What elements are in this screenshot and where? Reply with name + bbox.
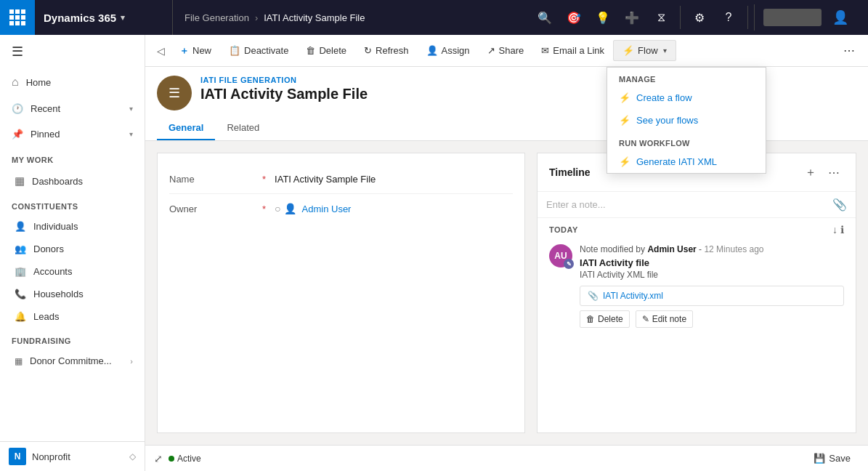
my-work-section-label: My Work — [0, 147, 145, 169]
timeline-modified-text: Note modified by — [580, 244, 645, 254]
sidebar-item-donor-commitments[interactable]: ▦ Donor Commitme... › — [0, 350, 145, 372]
sidebar-bottom-label: Nonprofit — [32, 451, 70, 462]
edit-btn-label: Edit note — [652, 314, 686, 324]
breadcrumb: File Generation › IATI Activity Sample F… — [173, 12, 526, 23]
record-icon-symbol: ☰ — [169, 85, 180, 101]
delete-button[interactable]: 🗑 Delete — [297, 41, 355, 60]
sidebar-label-dashboards: Dashboards — [32, 176, 83, 187]
donors-icon: 👥 — [15, 243, 26, 254]
save-icon: 💾 — [814, 453, 825, 464]
sidebar-hamburger-button[interactable]: ☰ — [0, 35, 145, 68]
timeline-avatar-badge-icon: ✎ — [564, 259, 574, 269]
email-link-button[interactable]: ✉ Email a Link — [532, 41, 613, 60]
expand-icon[interactable]: ⤢ — [154, 453, 163, 464]
bottom-org-icon: N — [9, 448, 26, 465]
leads-icon: 🔔 — [15, 311, 26, 322]
add-icon[interactable]: ➕ — [619, 4, 645, 31]
search-icon[interactable]: 🔍 — [532, 4, 558, 31]
main-layout: ☰ ⌂ Home 🕐 Recent ▾ 📌 Pinned ▾ My Work ▦… — [0, 35, 868, 471]
timeline-more-icon[interactable]: ⋯ — [824, 162, 844, 182]
status-right: 💾 Save — [805, 449, 859, 467]
sidebar-bottom-area[interactable]: N Nonprofit ◇ — [0, 441, 145, 471]
timeline-add-icon[interactable]: ＋ — [800, 162, 821, 182]
owner-field: Owner * ○ 👤 Admin User — [169, 194, 513, 223]
flow-label: Flow — [638, 45, 657, 56]
timeline-sort-icon[interactable]: ↓ — [832, 224, 837, 236]
name-field-value[interactable]: IATI Activity Sample File — [275, 174, 513, 185]
sidebar-item-donors[interactable]: 👥 Donors — [0, 238, 145, 260]
timeline-delete-button[interactable]: 🗑 Delete — [580, 310, 630, 328]
waffle-menu-button[interactable] — [0, 0, 35, 35]
new-button[interactable]: ＋ New — [171, 40, 220, 62]
record-type-icon: ☰ — [157, 76, 192, 110]
timeline-entry-avatar: AU ✎ — [549, 244, 572, 267]
timeline-edit-button[interactable]: ✎ Edit note — [636, 310, 693, 328]
constituents-section-label: Constituents — [0, 193, 145, 215]
help-icon[interactable]: ? — [715, 4, 742, 31]
deactivate-label: Deactivate — [244, 45, 288, 56]
tab-general[interactable]: General — [157, 116, 215, 140]
pinned-chevron-icon: ▾ — [129, 130, 133, 138]
accounts-icon: 🏢 — [15, 266, 26, 277]
content-area: ◁ ＋ New 📋 Deactivate 🗑 Delete ↻ Refresh … — [145, 35, 868, 471]
owner-circle-icon: ○ — [275, 203, 280, 214]
status-left: ⤢ Active — [154, 453, 201, 464]
sidebar-item-households[interactable]: 📞 Households — [0, 283, 145, 305]
name-field: Name * IATI Activity Sample File — [169, 165, 513, 194]
generate-iati-icon: ⚡ — [619, 156, 630, 167]
deactivate-button[interactable]: 📋 Deactivate — [220, 41, 297, 60]
tab-general-label: General — [169, 122, 203, 133]
sidebar-item-pinned[interactable]: 📌 Pinned ▾ — [0, 121, 145, 147]
flow-icon: ⚡ — [622, 45, 634, 56]
app-name: Dynamics 365 — [44, 12, 116, 24]
assign-icon: 👤 — [426, 45, 438, 56]
see-flows-item[interactable]: ⚡ See your flows — [607, 109, 766, 132]
timeline-attachment[interactable]: 📎 IATI Activity.xml — [580, 286, 844, 306]
sidebar-item-accounts[interactable]: 🏢 Accounts — [0, 260, 145, 283]
sidebar-label-donor-commitments: Donor Commitme... — [30, 355, 112, 366]
create-flow-item[interactable]: ⚡ Create a flow — [607, 86, 766, 109]
app-brand[interactable]: Dynamics 365 ▾ — [35, 0, 173, 35]
more-commands-button[interactable]: ⋯ — [836, 39, 862, 62]
edit-btn-icon: ✎ — [642, 314, 649, 324]
more-icon: ⋯ — [843, 44, 855, 57]
app-chevron-icon: ▾ — [121, 13, 125, 23]
sidebar-item-dashboards[interactable]: ▦ Dashboards — [0, 169, 145, 193]
owner-field-value[interactable]: Admin User — [302, 204, 513, 214]
status-badge: Active — [169, 454, 201, 464]
timeline-attach-icon[interactable]: 📎 — [832, 198, 847, 212]
top-bar-actions: 🔍 🎯 💡 ➕ ⧖ ⚙ ? 👤 — [526, 4, 868, 31]
breadcrumb-parent[interactable]: File Generation — [184, 12, 249, 23]
generate-iati-item[interactable]: ⚡ Generate IATI XML — [607, 150, 766, 173]
user-avatar-icon[interactable]: 👤 — [827, 4, 853, 31]
create-flow-label: Create a flow — [636, 92, 692, 103]
flow-dropdown-menu: Manage ⚡ Create a flow ⚡ See your flows … — [607, 67, 766, 174]
timeline-info-icon[interactable]: ℹ — [840, 224, 844, 236]
new-icon: ＋ — [179, 44, 189, 57]
tab-related-label: Related — [227, 122, 259, 133]
settings-icon[interactable]: ⚙ — [686, 4, 713, 31]
notifications-icon[interactable]: 💡 — [590, 4, 616, 31]
sidebar-item-home[interactable]: ⌂ Home — [0, 68, 145, 96]
delete-btn-icon: 🗑 — [586, 314, 595, 324]
sidebar-item-recent[interactable]: 🕐 Recent ▾ — [0, 96, 145, 121]
task-icon[interactable]: 🎯 — [561, 4, 587, 31]
flow-button[interactable]: ⚡ Flow ▾ — [613, 40, 676, 61]
refresh-button[interactable]: ↻ Refresh — [355, 41, 418, 60]
timeline-note-placeholder[interactable]: Enter a note... — [546, 199, 827, 210]
save-button[interactable]: 💾 Save — [805, 449, 859, 467]
timeline-author: Admin User — [647, 244, 696, 254]
recent-icon: 🕐 — [12, 103, 23, 114]
bottom-chevron-icon: ◇ — [129, 451, 136, 462]
pinned-icon: 📌 — [12, 129, 23, 140]
back-nav-icon[interactable]: ◁ — [151, 41, 171, 61]
status-bar: ⤢ Active 💾 Save — [145, 445, 868, 471]
timeline-entry-actions: 🗑 Delete ✎ Edit note — [580, 310, 844, 328]
share-button[interactable]: ↗ Share — [479, 41, 533, 60]
assign-button[interactable]: 👤 Assign — [418, 41, 479, 60]
filter-icon[interactable]: ⧖ — [648, 4, 674, 31]
sidebar: ☰ ⌂ Home 🕐 Recent ▾ 📌 Pinned ▾ My Work ▦… — [0, 35, 145, 471]
sidebar-item-individuals[interactable]: 👤 Individuals — [0, 215, 145, 238]
tab-related[interactable]: Related — [215, 116, 271, 140]
sidebar-item-leads[interactable]: 🔔 Leads — [0, 305, 145, 328]
